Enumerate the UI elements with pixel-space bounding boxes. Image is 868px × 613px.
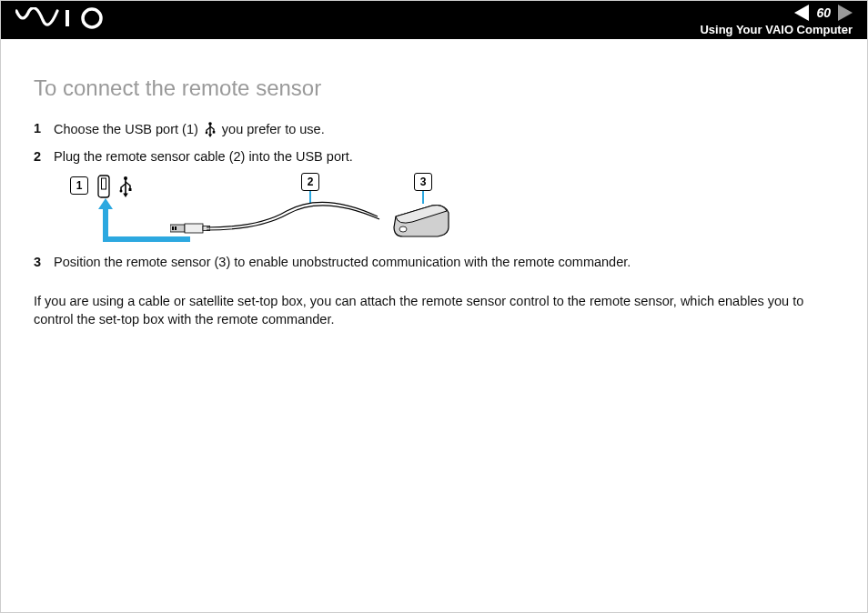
step-3: 3 Position the remote sensor (3) to enab… bbox=[34, 255, 842, 269]
svg-rect-5 bbox=[213, 131, 216, 134]
cable-icon bbox=[205, 200, 396, 240]
step-text: Position the remote sensor (3) to enable… bbox=[54, 255, 842, 269]
prev-page-button[interactable] bbox=[794, 5, 809, 21]
svg-point-19 bbox=[399, 226, 407, 232]
svg-marker-6 bbox=[208, 135, 212, 138]
step-list-cont: 3 Position the remote sensor (3) to enab… bbox=[34, 255, 842, 269]
usb-symbol-icon bbox=[117, 176, 134, 201]
step-2: 2 Plug the remote sensor cable (2) into … bbox=[34, 149, 842, 164]
page-number: 60 bbox=[811, 5, 836, 20]
callout-2: 2 bbox=[301, 173, 319, 191]
callout-3: 3 bbox=[414, 173, 432, 191]
step-number: 2 bbox=[34, 149, 54, 164]
step-text-part: you prefer to use. bbox=[222, 122, 325, 136]
svg-rect-16 bbox=[175, 226, 177, 230]
step-number: 1 bbox=[34, 121, 54, 136]
usb-icon bbox=[204, 121, 217, 140]
step-text: Plug the remote sensor cable (2) into th… bbox=[54, 149, 842, 164]
svg-rect-17 bbox=[185, 224, 203, 233]
svg-point-11 bbox=[120, 190, 123, 193]
step-number: 3 bbox=[34, 255, 54, 269]
remote-sensor-icon bbox=[390, 200, 454, 244]
next-page-button[interactable] bbox=[838, 5, 853, 21]
page-navigator: 60 bbox=[794, 5, 853, 21]
svg-rect-8 bbox=[102, 178, 106, 189]
page-body: To connect the remote sensor 1 Choose th… bbox=[1, 39, 867, 328]
svg-rect-0 bbox=[66, 10, 69, 26]
step-1: 1 Choose the USB port (1) bbox=[34, 121, 842, 140]
step-text-part: Choose the USB port (1) bbox=[54, 122, 202, 136]
svg-rect-12 bbox=[129, 188, 132, 191]
header-right: 60 Using Your VAIO Computer bbox=[700, 5, 853, 36]
document-page: 60 Using Your VAIO Computer To connect t… bbox=[0, 0, 868, 613]
svg-point-4 bbox=[206, 132, 208, 135]
vaio-logo bbox=[15, 7, 116, 33]
note-paragraph: If you are using a cable or satellite se… bbox=[34, 293, 842, 328]
svg-point-1 bbox=[83, 9, 101, 27]
callout-1: 1 bbox=[70, 176, 88, 195]
page-title: To connect the remote sensor bbox=[34, 75, 842, 101]
step-list: 1 Choose the USB port (1) bbox=[34, 121, 842, 164]
svg-marker-13 bbox=[123, 194, 128, 198]
svg-rect-15 bbox=[172, 226, 174, 230]
header-bar: 60 Using Your VAIO Computer bbox=[1, 1, 867, 39]
section-title: Using Your VAIO Computer bbox=[700, 23, 853, 36]
step-text: Choose the USB port (1) you prefer bbox=[54, 121, 842, 140]
connection-diagram: 1 2 3 bbox=[70, 173, 452, 246]
